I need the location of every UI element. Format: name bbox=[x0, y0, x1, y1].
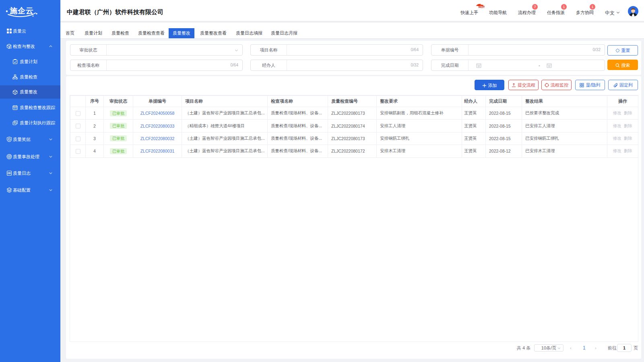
svg-text:HOT: HOT bbox=[479, 5, 485, 9]
